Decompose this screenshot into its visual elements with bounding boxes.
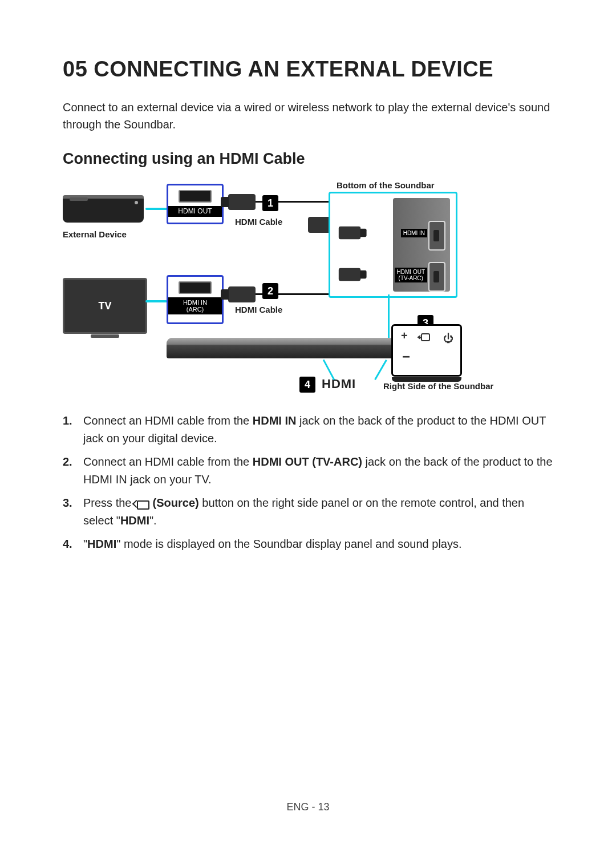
source-icon (417, 332, 432, 348)
chapter-number: 05 (63, 57, 87, 81)
hdmi-plug-icon (339, 268, 360, 281)
hdmi-out-port-box: HDMI OUT (167, 184, 224, 224)
hdmi-plug-icon (339, 227, 360, 239)
diagram-cable-line (145, 300, 167, 302)
hdmi-cable-label: HDMI Cable (235, 305, 282, 314)
intro-paragraph: Connect to an external device via a wire… (63, 99, 553, 133)
instruction-step-4: 4. "HDMI" mode is displayed on the Sound… (63, 535, 553, 553)
hdmi-out-port-label: HDMI OUT (168, 206, 222, 217)
instruction-step-3: 3. Press the (Source) button on the righ… (63, 494, 553, 530)
diagram-cable-line (145, 208, 167, 210)
step-badge-2: 2 (262, 283, 278, 299)
instruction-step-1: 1. Connect an HDMI cable from the HDMI I… (63, 412, 553, 447)
hdmi-in-arc-label-line1: HDMI IN (171, 299, 220, 306)
power-icon: ⏻ (443, 333, 453, 345)
step-badge-4: 4 (299, 377, 315, 393)
step-badge-1: 1 (262, 195, 278, 211)
hdmi-cable-label: HDMI Cable (235, 217, 282, 227)
panel-hdmi-out-port-icon (428, 262, 445, 292)
hdmi-plug-icon (228, 194, 256, 210)
external-device-label: External Device (63, 229, 127, 239)
instruction-step-2: 2. Connect an HDMI cable from the HDMI O… (63, 453, 553, 488)
step-4-hdmi-label: HDMI (322, 377, 356, 391)
svg-rect-0 (422, 334, 429, 341)
hdmi-in-arc-port-box: HDMI IN (ARC) (167, 275, 224, 324)
diagram-connector-line (388, 294, 390, 340)
external-device-icon (63, 195, 144, 223)
soundbar-right-panel: + − ⏻ (391, 324, 462, 377)
hdmi-in-arc-label-line2: (ARC) (171, 306, 220, 313)
panel-hdmi-out-label: HDMI OUT (TV-ARC) (395, 268, 427, 282)
section-title: Connecting using an HDMI Cable (63, 150, 553, 168)
hdmi-plug-icon (228, 286, 256, 302)
volume-down-icon: − (402, 349, 410, 365)
panel-hdmi-in-label: HDMI IN (401, 229, 427, 237)
right-side-soundbar-label: Right Side of the Soundbar (383, 381, 493, 391)
volume-up-icon: + (401, 329, 408, 342)
connection-diagram: Bottom of the Soundbar External Device H… (63, 178, 553, 401)
page-footer: ENG - 13 (0, 801, 616, 813)
chapter-title-text: CONNECTING AN EXTERNAL DEVICE (94, 57, 493, 81)
diagram-connector-line (374, 360, 387, 380)
tv-icon: TV (63, 278, 147, 334)
tv-label: TV (64, 300, 145, 312)
bottom-of-soundbar-label: Bottom of the Soundbar (337, 180, 435, 190)
instruction-list: 1. Connect an HDMI cable from the HDMI I… (63, 412, 553, 553)
soundbar-bottom-panel: HDMI IN HDMI OUT (TV-ARC) (329, 192, 457, 298)
chapter-title: 05 CONNECTING AN EXTERNAL DEVICE (63, 57, 553, 82)
source-icon (135, 498, 149, 508)
panel-hdmi-in-port-icon (428, 221, 445, 251)
